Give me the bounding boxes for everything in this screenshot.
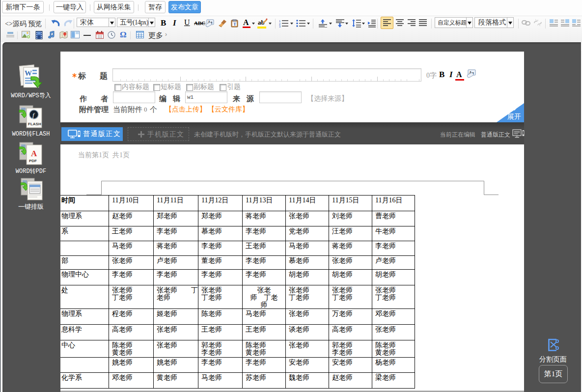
svg-text:T: T	[233, 22, 236, 27]
svg-text:W: W	[25, 69, 32, 77]
svg-text:FLASH: FLASH	[28, 122, 41, 126]
svg-text:PDF: PDF	[29, 159, 37, 163]
svg-text:3: 3	[279, 25, 281, 28]
svg-text:A: A	[31, 149, 37, 158]
